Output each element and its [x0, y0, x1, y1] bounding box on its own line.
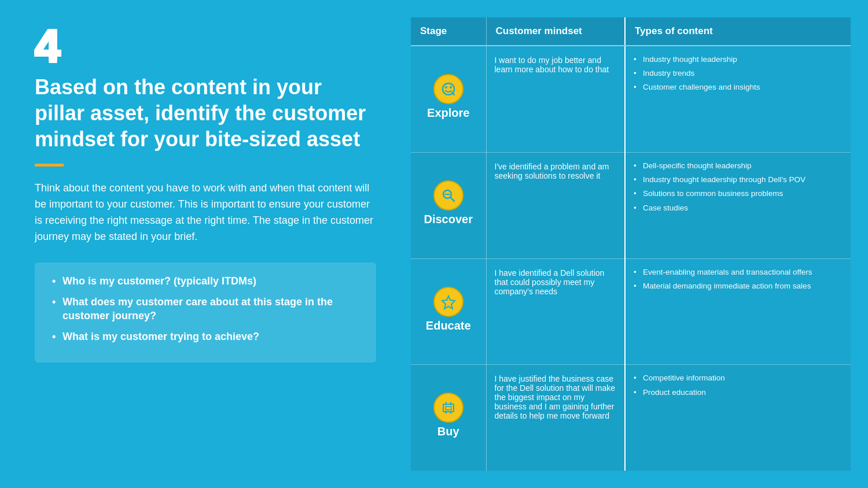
- svg-line-3: [452, 93, 454, 95]
- type-item: Competitive information: [634, 373, 843, 383]
- types-list-educate: Event-enabling materials and transaction…: [634, 267, 843, 291]
- svg-rect-9: [446, 406, 451, 410]
- orange-divider: [35, 164, 64, 167]
- explore-label: Explore: [427, 106, 469, 120]
- main-heading: Based on the content in your pillar asse…: [35, 74, 376, 152]
- stage-cell-buy: Buy: [411, 365, 486, 471]
- stage-content-educate: Educate: [419, 281, 478, 343]
- discover-label: Discover: [424, 213, 473, 226]
- type-item: Case studies: [634, 203, 843, 213]
- left-panel: 4 Based on the content in your pillar as…: [0, 0, 405, 488]
- mindset-cell-discover: I've identified a problem and am seeking…: [486, 152, 625, 258]
- types-cell-educate: Event-enabling materials and transaction…: [625, 258, 851, 365]
- slide-number: 4: [35, 23, 376, 69]
- type-item: Dell-specific thought leadership: [634, 161, 843, 171]
- svg-point-1: [445, 86, 447, 88]
- svg-line-5: [450, 197, 454, 201]
- types-list-discover: Dell-specific thought leadership Industr…: [634, 161, 843, 213]
- svg-rect-8: [443, 404, 454, 412]
- type-item: Industry thought leadership: [634, 54, 843, 65]
- types-cell-buy: Competitive information Product educatio…: [625, 365, 851, 471]
- types-list-explore: Industry thought leadership Industry tre…: [634, 54, 843, 93]
- buy-icon: [433, 393, 464, 423]
- table-row-educate: Educate I have identified a Dell solutio…: [411, 258, 851, 365]
- col-header-mindset: Customer mindset: [486, 17, 625, 46]
- type-item: Customer challenges and insights: [634, 82, 843, 93]
- stage-cell-explore: Explore: [411, 46, 486, 152]
- type-item: Material demanding immediate action from…: [634, 281, 843, 291]
- bullet-item-2: What does my customer care about at this…: [52, 295, 359, 323]
- type-item: Product education: [634, 387, 843, 398]
- table-row-buy: Buy I have justified the business case f…: [411, 365, 851, 471]
- types-cell-discover: Dell-specific thought leadership Industr…: [625, 152, 851, 258]
- stage-content-discover: Discover: [419, 175, 478, 236]
- bullet-box: Who is my customer? (typically ITDMs) Wh…: [35, 263, 376, 363]
- bullet-item-1: Who is my customer? (typically ITDMs): [52, 274, 359, 288]
- bullet-list: Who is my customer? (typically ITDMs) Wh…: [52, 274, 359, 344]
- table-row-discover: Discover I've identified a problem and a…: [411, 152, 851, 258]
- types-list-buy: Competitive information Product educatio…: [634, 373, 843, 397]
- stage-content-buy: Buy: [419, 387, 478, 449]
- type-item: Industry thought leadership through Dell…: [634, 175, 843, 185]
- type-item: Event-enabling materials and transaction…: [634, 267, 843, 278]
- content-table: Stage Customer mindset Types of content: [411, 17, 851, 471]
- svg-marker-7: [442, 296, 455, 309]
- bullet-item-3: What is my customer trying to achieve?: [52, 330, 359, 343]
- educate-label: Educate: [426, 319, 471, 332]
- svg-point-2: [450, 86, 452, 88]
- stage-cell-discover: Discover: [411, 152, 486, 258]
- type-item: Industry trends: [634, 68, 843, 79]
- explore-icon: [433, 74, 464, 104]
- stage-content-explore: Explore: [419, 68, 478, 130]
- col-header-types: Types of content: [625, 17, 851, 46]
- col-header-stage: Stage: [411, 17, 486, 46]
- type-item: Solutions to common business problems: [634, 188, 843, 199]
- discover-icon: [433, 180, 464, 210]
- stage-cell-educate: Educate: [411, 258, 486, 365]
- educate-icon: [433, 287, 464, 317]
- types-cell-explore: Industry thought leadership Industry tre…: [625, 46, 851, 152]
- body-text: Think about the content you have to work…: [35, 180, 376, 245]
- svg-point-11: [450, 412, 451, 414]
- mindset-cell-educate: I have identified a Dell solution that c…: [486, 258, 625, 365]
- mindset-cell-explore: I want to do my job better and learn mor…: [486, 46, 625, 152]
- svg-point-10: [445, 412, 447, 414]
- table-row-explore: Explore I want to do my job better and l…: [411, 46, 851, 152]
- mindset-cell-buy: I have justified the business case for t…: [486, 365, 625, 471]
- right-panel: Stage Customer mindset Types of content: [405, 0, 868, 488]
- buy-label: Buy: [437, 425, 459, 438]
